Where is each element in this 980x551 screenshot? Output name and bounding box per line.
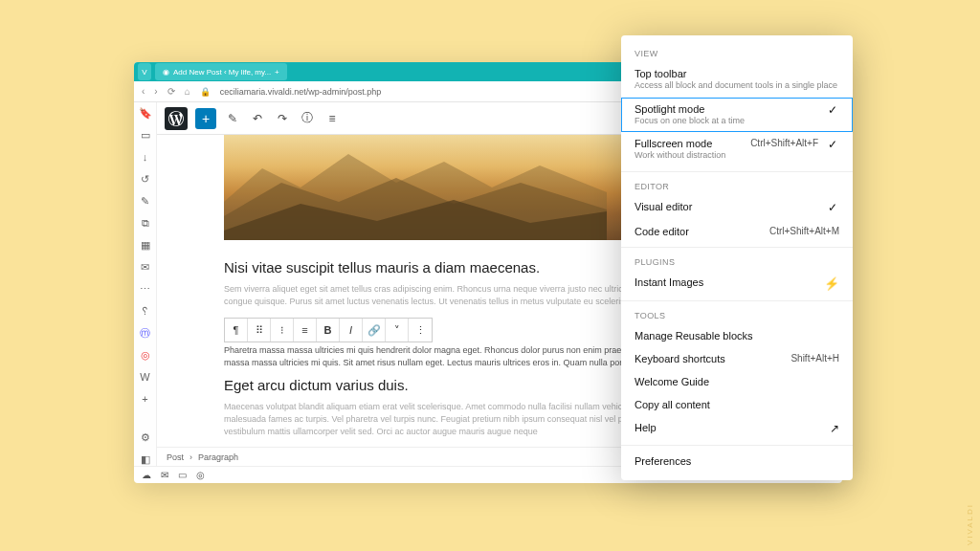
panel-reading-icon[interactable]: ▭ [139, 128, 152, 142]
paragraph-block-icon[interactable]: ¶ [225, 319, 248, 342]
edit-mode-icon[interactable]: ✎ [224, 112, 241, 125]
panel-mastodon-icon[interactable]: ⓜ [139, 326, 152, 340]
sync-icon[interactable]: ☁ [142, 470, 151, 480]
breadcrumb-post[interactable]: Post [167, 452, 184, 462]
panel-wiki-icon[interactable]: W [139, 370, 152, 384]
menu-section-plugins: PLUGINS [621, 252, 853, 271]
block-options-icon[interactable]: ⋮ [409, 319, 432, 342]
menu-welcome-guide[interactable]: Welcome Guide [621, 370, 853, 393]
check-icon: ✓ [826, 201, 839, 214]
panel-add-icon[interactable]: + [139, 392, 152, 406]
block-toolbar: ¶ ⠿ ⁝ ≡ B I 🔗 ˅ ⋮ [224, 318, 433, 342]
browser-side-panel: 🔖 ▭ ↓ ↺ ✎ ⧉ ▦ ✉ ⋯ ␦ ⓜ ◎ W + ⚙ ◧ [134, 102, 157, 466]
transform-icon[interactable]: ⠿ [248, 319, 271, 342]
tab-favicon: ◉ [163, 68, 169, 77]
menu-reusable-blocks[interactable]: Manage Reusable blocks [621, 324, 853, 347]
bold-button[interactable]: B [317, 319, 340, 342]
redo-icon[interactable]: ↷ [274, 112, 291, 125]
nav-reload-icon[interactable]: ⟳ [167, 86, 175, 97]
tab-add-icon[interactable]: + [275, 68, 279, 77]
outline-icon[interactable]: ≡ [323, 112, 341, 125]
external-link-icon: ↗ [830, 422, 839, 435]
breadcrumb-paragraph[interactable]: Paragraph [198, 452, 238, 462]
panel-settings-icon[interactable]: ⚙ [139, 430, 152, 444]
menu-section-tools: TOOLS [621, 305, 853, 324]
link-button[interactable]: 🔗 [363, 319, 386, 342]
menu-section-editor: EDITOR [621, 176, 853, 195]
calendar-status-icon[interactable]: ▭ [178, 470, 187, 480]
menu-keyboard-shortcuts[interactable]: Keyboard shortcuts Shift+Alt+H [621, 347, 853, 370]
home-icon[interactable]: ⌂ [185, 86, 190, 97]
menu-visual-editor[interactable]: Visual editor ✓ [621, 195, 853, 220]
panel-mail-icon[interactable]: ✉ [139, 260, 152, 274]
undo-icon[interactable]: ↶ [249, 112, 266, 125]
italic-button[interactable]: I [340, 319, 363, 342]
lock-icon: 🔒 [200, 87, 211, 97]
capture-icon[interactable]: ◎ [196, 470, 205, 480]
menu-code-editor[interactable]: Code editor Ctrl+Shift+Alt+M [621, 220, 853, 243]
nav-forward-icon[interactable]: › [154, 86, 157, 97]
browser-tab[interactable]: ◉ Add New Post ‹ My life, my... + [155, 63, 287, 80]
nav-back-icon[interactable]: ‹ [142, 86, 145, 97]
panel-window-icon[interactable]: ⧉ [139, 216, 152, 230]
tab-title: Add New Post ‹ My life, my... [173, 68, 271, 77]
panel-web-icon[interactable]: ◎ [139, 348, 152, 362]
menu-fullscreen-mode[interactable]: Fullscreen mode Work without distraction… [621, 132, 853, 167]
check-icon: ✓ [826, 138, 839, 151]
wordpress-logo-icon[interactable] [165, 107, 188, 130]
check-icon: ✓ [826, 103, 839, 117]
menu-instant-images[interactable]: Instant Images ⚡ [621, 271, 853, 297]
menu-top-toolbar[interactable]: Top toolbar Access all block and documen… [621, 62, 853, 98]
panel-contacts-icon[interactable]: ␦ [139, 304, 152, 318]
panel-history-icon[interactable]: ↺ [139, 172, 152, 186]
mail-status-icon[interactable]: ✉ [161, 470, 168, 480]
menu-section-view: VIEW [621, 43, 853, 62]
bolt-icon: ⚡ [824, 276, 839, 291]
panel-toggle-icon[interactable]: ◧ [139, 452, 152, 466]
vivaldi-watermark: VIVALDI [966, 503, 974, 545]
panel-feeds-icon[interactable]: ⋯ [139, 282, 152, 296]
panel-notes-icon[interactable]: ✎ [139, 194, 152, 208]
add-block-button[interactable]: + [195, 108, 216, 129]
menu-spotlight-mode[interactable]: Spotlight mode Focus on one block at a t… [621, 98, 853, 133]
menu-copy-all[interactable]: Copy all content [621, 393, 853, 416]
editor-options-menu: VIEW Top toolbar Access all block and do… [621, 35, 853, 480]
chevron-right-icon: › [189, 452, 192, 462]
details-icon[interactable]: ⓘ [299, 110, 316, 126]
panel-bookmarks-icon[interactable]: 🔖 [139, 106, 152, 120]
more-rich-icon[interactable]: ˅ [386, 319, 409, 342]
vivaldi-menu-button[interactable]: V [138, 63, 151, 80]
panel-calendar-icon[interactable]: ▦ [139, 238, 152, 252]
menu-preferences[interactable]: Preferences [621, 450, 853, 473]
move-icon[interactable]: ⁝ [271, 319, 294, 342]
menu-help[interactable]: Help ↗ [621, 416, 853, 441]
panel-downloads-icon[interactable]: ↓ [139, 150, 152, 164]
align-icon[interactable]: ≡ [294, 319, 317, 342]
